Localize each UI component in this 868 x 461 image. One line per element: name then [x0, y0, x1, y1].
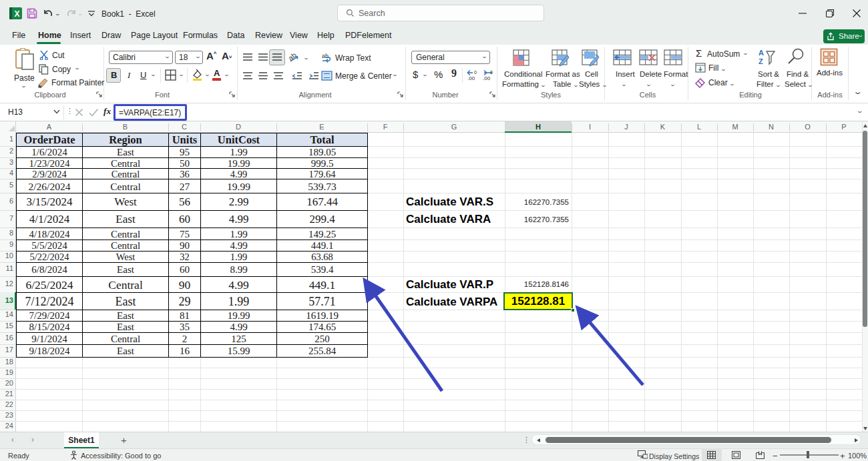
- svg-text:8: 8: [490, 70, 493, 75]
- svg-text:.00: .00: [467, 75, 475, 81]
- svg-text:ab: ab: [322, 53, 329, 59]
- svg-text:0: 0: [474, 70, 477, 75]
- svg-text:A: A: [758, 49, 764, 57]
- svg-text:Z: Z: [758, 57, 763, 65]
- svg-text:X: X: [14, 9, 19, 19]
- svg-text:.00: .00: [483, 75, 491, 81]
